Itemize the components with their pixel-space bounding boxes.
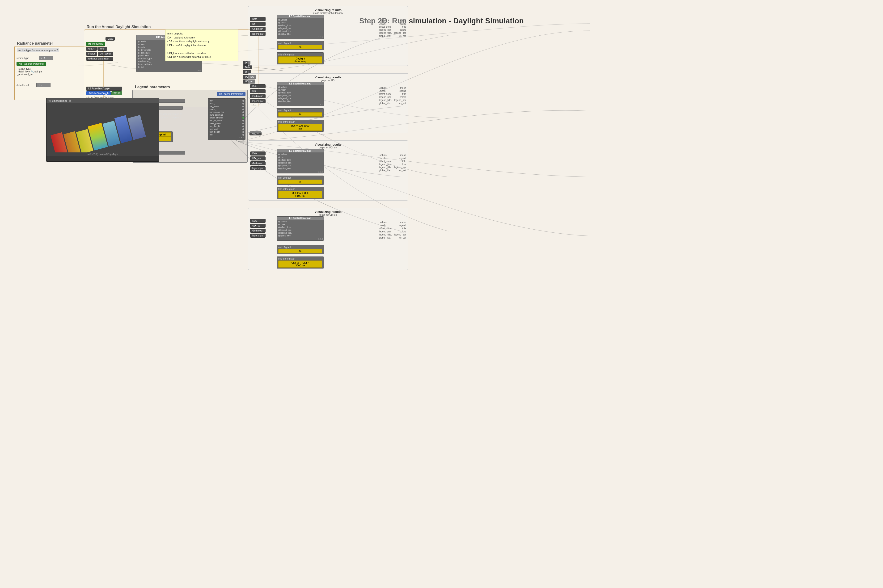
viz2-title-value[interactable]: UDI = 100-3000 lux <box>278 124 322 131</box>
bitmap-footer: (400x250) Format32bppArgb <box>47 152 159 156</box>
data-btn-sim[interactable]: Data <box>105 37 115 40</box>
viz1-out-mesh2: .mesh <box>379 22 386 25</box>
viz-panel-1: Visualizing results graph for Daylight A… <box>248 6 408 66</box>
hb-radiance-param-node[interactable]: HB Radiance Parameter <box>17 62 46 66</box>
legend-port-seg-count: seg_count <box>209 105 242 108</box>
factor-btn[interactable]: Factor <box>86 52 97 56</box>
viz4-data-btn[interactable]: Data <box>250 219 266 223</box>
input-model: .model <box>140 40 168 43</box>
viz4-title-label: title of the graph <box>278 257 322 260</box>
lb-false-start-btn[interactable]: LB FalseStartToggle <box>86 92 111 95</box>
viz2-grid-mesh-btn[interactable]: Grid mesh <box>250 94 266 98</box>
viz3-title: Visualizing results <box>251 143 405 146</box>
viz2-data-btn[interactable]: Data <box>250 84 266 88</box>
viz1-unit-value[interactable]: % <box>278 45 322 50</box>
unit-vector-btn[interactable]: Unit vector <box>98 52 113 56</box>
viz2-subtitle: graph for UDI <box>251 79 405 82</box>
input-schedule: _schedule <box>140 52 168 54</box>
viz4-unit-value[interactable]: % <box>278 249 322 254</box>
viz4-grid-mesh-btn[interactable]: Grid mesh <box>250 229 266 232</box>
viz2-title: Visualizing results <box>251 75 405 79</box>
recipe-value: 2 <box>41 57 42 59</box>
bitmap-title: Smart Bitmap <box>52 99 68 102</box>
viz3-unit-value[interactable]: % <box>278 180 322 184</box>
viz3-title-value[interactable]: UDI low = UDI >100 lux <box>278 191 322 198</box>
legend-port-num-dec: num_decimals <box>209 114 242 116</box>
viz2-legend-par-btn[interactable]: legend par <box>250 99 266 103</box>
viz1-title-value[interactable]: Daylight Autonomy <box>278 56 322 63</box>
viz2-heatmap-title: LB Spatial Heatmap <box>277 82 324 85</box>
true-toggle[interactable]: TRUE <box>111 92 122 95</box>
radiance-par-btn[interactable]: radiance parameter <box>86 57 113 61</box>
viz1-out-legtitle: legend_title. <box>379 32 392 34</box>
input-run: _run <box>140 66 168 68</box>
legend-port-max: max_ <box>209 102 242 105</box>
viz1-out-offset: offset_dom. <box>379 26 391 28</box>
legend-port-base: base_plane <box>209 122 242 124</box>
viz4-title: Visualizing results <box>251 210 405 213</box>
sim-version: 1.8.0 <box>137 69 202 72</box>
detail-spinner[interactable]: ⬦ <box>41 84 42 86</box>
viz1-data-btn[interactable]: Data <box>250 17 266 21</box>
viz3-data-btn[interactable]: Data <box>250 152 266 156</box>
lb-legend-params-btn[interactable]: LB Legend Parameters <box>217 92 245 96</box>
legend-port-font: font_ <box>209 134 242 136</box>
input-grid-filter: grid_filter <box>140 54 168 57</box>
legend-port-colors: colors_ <box>209 108 242 110</box>
additional-par-output: ._additional_par <box>17 73 42 75</box>
viz1-subtitle: graph for Daylight Autonomy <box>251 12 405 14</box>
unit-y-btn[interactable]: Unit Y <box>86 47 97 51</box>
run-sim-title: Run the Annual Daylight Simulation <box>87 25 150 29</box>
viz2-udi-btn[interactable]: UDI <box>250 89 266 93</box>
input-north: north <box>140 46 168 48</box>
min-value-field[interactable]: 0 <box>157 99 185 103</box>
input-radiance-par: radiance_par <box>140 57 168 60</box>
waf-btn[interactable]: WAF <box>98 47 107 51</box>
recipe-label: recipe type for annual analysis = 2 <box>17 48 59 52</box>
viz3-subtitle: graph for UDI low <box>251 146 405 149</box>
nr-decimals-field[interactable]: 0 <box>157 151 185 154</box>
viz4-subtitle: graph for UDI up <box>251 213 405 216</box>
detail-value: 1 <box>39 84 40 86</box>
hb-model-grid-node[interactable]: HB Model grid <box>86 42 105 46</box>
viz1-out-global: global_title. <box>379 34 391 37</box>
main-outputs-text: main outputs: DA = daylight autonomy cDA… <box>167 32 211 58</box>
viz1-out-colors: colors <box>399 28 406 31</box>
input-wea: .wea <box>140 43 168 45</box>
viz1-legend-par-btn[interactable]: legend par <box>250 32 266 36</box>
max-value-spinner[interactable]: ⬦ <box>184 106 186 109</box>
viz2-unit-value[interactable]: % <box>278 112 322 117</box>
viz3-udi-low-btn[interactable]: UDI_low <box>250 156 266 160</box>
lb-false-start-label: LB FalseStartToggle <box>86 87 122 91</box>
viz1-out-visset: vis_set <box>399 34 406 37</box>
viz1-title: Visualizing results <box>251 8 405 12</box>
smart-bitmap-window: ◁ Smart Bitmap ⊞ (400x250) Format32bppAr… <box>46 98 159 162</box>
detail-level-label: detail level <box>17 84 35 87</box>
viz4-heatmap-title: LB Spatial Heatmap <box>277 217 324 220</box>
recipe-type-output: ._recipe_type <box>17 68 42 70</box>
legend-port-seg-h: seg_height <box>209 125 242 128</box>
viz1-title-label: title of the graph <box>278 53 322 56</box>
bitmap-arrow: ◁ <box>48 99 50 102</box>
viz2-title-label: title of the graph <box>278 121 322 123</box>
viz3-legend-par-btn[interactable]: legend par <box>250 166 266 170</box>
input-thresholds: _thresholds <box>140 49 168 51</box>
viz1-out-values: .values <box>379 20 387 22</box>
detail-level-output: ._detail_level 🔧 rad_par <box>17 70 42 73</box>
viz4-legend-par-btn[interactable]: legend par <box>250 234 266 238</box>
viz3-grid-mesh-btn[interactable]: Grid mesh <box>250 161 266 165</box>
viz1-unit-label: unit of graph <box>278 42 322 45</box>
recipe-spinner[interactable]: ⬆ <box>43 57 45 59</box>
viz4-title-value[interactable]: UDI up = UDI < 3000 lux <box>278 261 322 268</box>
viz1-da-btn[interactable]: Da <box>250 22 266 26</box>
viz1-grid-mesh-btn[interactable]: Grid mesh <box>250 27 266 31</box>
viz4-udi-up-btn[interactable]: UDI_up <box>250 224 266 228</box>
legend-port-min: min_ <box>209 100 242 102</box>
legend-port-seg-w: seg_width <box>209 128 242 130</box>
viz-panel-4: Visualizing results graph for UDI up Dat… <box>248 208 408 270</box>
input-run-settings: run_settings <box>140 63 168 65</box>
legend-params-title: Legend parameters <box>135 85 170 89</box>
bitmap-icon: ⊞ <box>69 99 71 102</box>
legend-port-cont-leg: continuous_leg <box>209 111 242 113</box>
legend-version: 1.8.0 <box>209 136 245 139</box>
